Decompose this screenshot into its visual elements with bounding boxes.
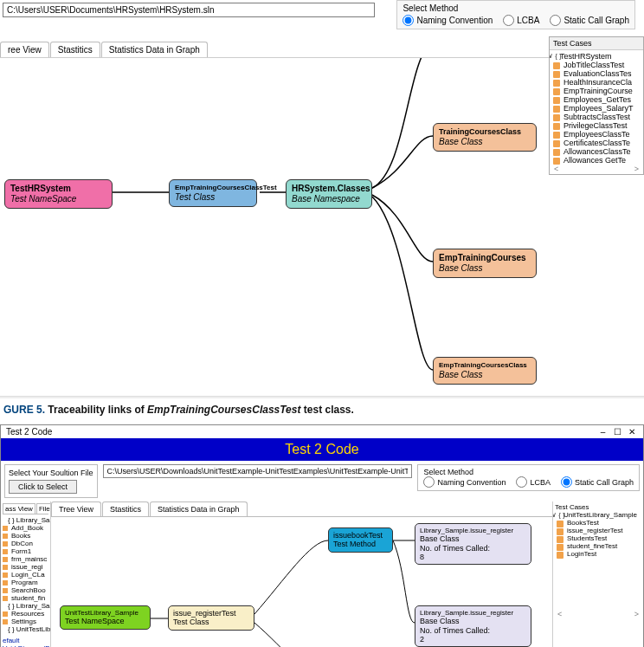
tree-item[interactable]: Settings (3, 618, 48, 625)
node-base-class-1[interactable]: TrainingCoursesClass Base Class (433, 123, 537, 152)
tree-item[interactable]: Program (3, 579, 48, 586)
tree-item[interactable]: issue_registerTest (555, 527, 641, 534)
tree-item[interactable]: Allowances GetTe (551, 156, 641, 165)
node2-b2[interactable]: Library_Sample.issue_register Base Class… (415, 605, 531, 647)
tree-item[interactable]: Form1 (3, 547, 48, 555)
tree-item[interactable]: Books (3, 532, 48, 540)
node-base-namespace[interactable]: HRSystem.Classes Base Namespace (286, 179, 372, 209)
tree-item[interactable]: EmpTrainingCourse (551, 87, 641, 95)
tree-item[interactable]: PrivilegeClassTest (551, 121, 641, 130)
radio2-naming[interactable]: Naming Convention (423, 476, 506, 488)
node-base-class-2[interactable]: EmpTrainingCourses Base Class (433, 249, 537, 278)
tree-item[interactable]: EmployeesClassTe (551, 130, 641, 139)
view-tabs: ree View Stastitics Statistics Data in G… (0, 42, 644, 58)
node2-b1[interactable]: Library_Sample.issue_register Base Class… (415, 523, 531, 565)
tree-item[interactable]: issue_regi (3, 563, 48, 571)
tree-item[interactable]: JobTitleClassTest (551, 61, 641, 69)
tree-item[interactable]: EvaluationClassTes (551, 69, 641, 78)
tree-item[interactable]: StudentsTest (555, 534, 641, 542)
tree-item[interactable]: Employees_GetTes (551, 95, 641, 104)
tab-statistics[interactable]: Stastitics (50, 42, 100, 57)
tree-item[interactable]: Employees_SalaryT (551, 104, 641, 113)
right-test-cases-panel[interactable]: Test Cases UnitTestLibrary_Sample BooksT… (552, 501, 643, 647)
test-cases-tree[interactable]: TestHRSystem JobTitleClassTestEvaluation… (550, 50, 643, 175)
window-titlebar: Test 2 Code – ☐ ✕ (1, 425, 643, 438)
radio-static-call-graph[interactable]: Static Call Graph (550, 15, 629, 26)
tree-item[interactable]: BooksTest (555, 519, 641, 527)
radio2-static[interactable]: Static Call Graph (561, 476, 634, 488)
node-test-class[interactable]: EmpTrainingCoursesClassTest Test Class (169, 179, 257, 207)
node2-ns[interactable]: UnitTestLibrary_Sample Test NameSpace (60, 605, 151, 630)
tree-item[interactable]: frm_mainsc (3, 555, 48, 563)
tree-item[interactable]: LoginTest (555, 550, 641, 558)
tree-root[interactable]: TestHRSystem (551, 52, 641, 61)
radio2-lcba[interactable]: LCBA (516, 476, 551, 488)
tree-item[interactable]: CertificatesClassTe (551, 139, 641, 147)
node2-m1[interactable]: issuebookTest Test Method (328, 527, 393, 553)
close-icon[interactable]: ✕ (626, 427, 638, 437)
node-test-namespace[interactable]: TestHRSystem Test NameSpace (4, 179, 113, 209)
select-method-panel: Select Method Naming Convention LCBA Sta… (396, 0, 635, 29)
tab-statistics-graph[interactable]: Statistics Data in Graph (101, 42, 208, 57)
radio-naming-convention[interactable]: Naming Convention (402, 15, 493, 26)
select-method-panel-2: Select Method Naming Convention LCBA Sta… (417, 464, 640, 491)
tab2-tree-view[interactable]: Tree View (51, 501, 101, 516)
diagram-canvas-2[interactable]: Tree View Stastitics Statistics Data in … (51, 501, 552, 647)
tab-class-view[interactable]: ass View (3, 503, 35, 514)
test-cases-header: Test Cases (550, 37, 643, 50)
app-title: Test 2 Code (1, 438, 643, 461)
tree-item[interactable]: SearchBoo (3, 586, 48, 594)
solution-path-input-2[interactable] (103, 464, 413, 478)
tree-item[interactable]: student_fin (3, 594, 48, 602)
tree-item[interactable]: student_fineTest (555, 542, 641, 550)
solution-path-input[interactable] (3, 3, 375, 17)
click-to-select-button[interactable]: Click to Select (9, 480, 77, 494)
figure-caption: GURE 5. Traceability links of EmpTrainin… (0, 397, 644, 421)
node2-tc[interactable]: issue_registerTest Test Class (168, 605, 254, 631)
tree-item[interactable]: DbCon (3, 540, 48, 547)
tree-item[interactable]: AllowancesClassTe (551, 147, 641, 156)
tree-item[interactable]: Add_Book (3, 524, 48, 532)
node-base-class-3[interactable]: EmpTrainingCoursesClass Base Class (433, 357, 537, 385)
test-cases-panel: Test Cases TestHRSystem JobTitleClassTes… (549, 36, 644, 175)
diagram-canvas[interactable]: TestHRSystem Test NameSpace EmpTrainingC… (0, 58, 644, 396)
tab2-statistics-graph[interactable]: Statistics Data in Graph (150, 501, 248, 516)
window-title: Test 2 Code (6, 427, 52, 437)
select-file-box: Select Your Soultion File Click to Selec… (4, 464, 98, 498)
radio-lcba[interactable]: LCBA (503, 15, 539, 26)
left-tree-panel[interactable]: ass View File View { } Library_Sample Ad… (1, 501, 51, 647)
tree-item[interactable]: HealthInsuranceCla (551, 78, 641, 87)
tree-item[interactable]: Resources (3, 610, 48, 618)
select-method-label: Select Method (402, 3, 629, 13)
window-test2code: Test 2 Code – ☐ ✕ Test 2 Code Select You… (0, 424, 644, 647)
tab-file-view[interactable]: File View (36, 503, 51, 514)
tab2-statistics[interactable]: Stastitics (102, 501, 149, 516)
maximize-icon[interactable]: ☐ (611, 427, 623, 437)
minimize-icon[interactable]: – (596, 427, 609, 437)
tree-item[interactable]: Login_CLa (3, 571, 48, 579)
tab-tree-view[interactable]: ree View (0, 42, 49, 57)
tree-item[interactable]: SubtractsClassTest (551, 113, 641, 121)
select-file-label: Select Your Soultion File (9, 469, 93, 477)
